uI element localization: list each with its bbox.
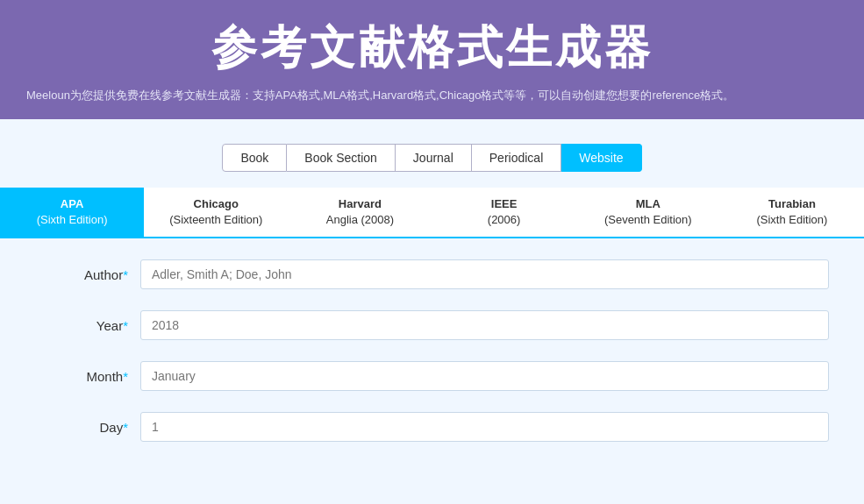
form-input-author[interactable] — [140, 259, 829, 289]
form-label-day: Day* — [35, 420, 140, 435]
type-button-website[interactable]: Website — [561, 144, 641, 172]
citation-tab-5[interactable]: Turabian(Sixth Edition) — [720, 188, 864, 237]
form-input-year[interactable] — [140, 310, 829, 340]
citation-tab-2[interactable]: HarvardAnglia (2008) — [288, 188, 432, 237]
form-label-month: Month* — [35, 369, 140, 384]
citation-tab-4[interactable]: MLA(Seventh Edition) — [576, 188, 720, 237]
form-row-month: Month* — [35, 349, 829, 400]
type-button-periodical[interactable]: Periodical — [472, 144, 561, 172]
header: 参考文献格式生成器 Meeloun为您提供免费在线参考文献生成器：支持APA格式… — [0, 0, 864, 119]
type-selector: BookBook SectionJournalPeriodicalWebsite — [0, 144, 864, 172]
page-title: 参考文献格式生成器 — [26, 18, 838, 79]
header-subtitle: Meeloun为您提供免费在线参考文献生成器：支持APA格式,MLA格式,Har… — [26, 88, 838, 103]
citation-tab-0[interactable]: APA(Sixth Edition) — [0, 188, 144, 237]
form-label-author: Author* — [35, 267, 140, 282]
citation-tabs: APA(Sixth Edition)Chicago(Sixteenth Edit… — [0, 188, 864, 238]
citation-tab-1[interactable]: Chicago(Sixteenth Edition) — [144, 188, 288, 237]
form-row-author: Author* — [35, 247, 829, 298]
form-area: Author*Year*Month*Day* — [0, 238, 864, 468]
type-button-journal[interactable]: Journal — [396, 144, 472, 172]
form-label-year: Year* — [35, 318, 140, 333]
form-row-day: Day* — [35, 400, 829, 451]
form-input-month[interactable] — [140, 361, 829, 391]
form-input-day[interactable] — [140, 412, 829, 442]
citation-tab-3[interactable]: IEEE(2006) — [432, 188, 576, 237]
form-row-year: Year* — [35, 298, 829, 349]
type-button-book[interactable]: Book — [222, 144, 287, 172]
type-button-book-section[interactable]: Book Section — [287, 144, 396, 172]
